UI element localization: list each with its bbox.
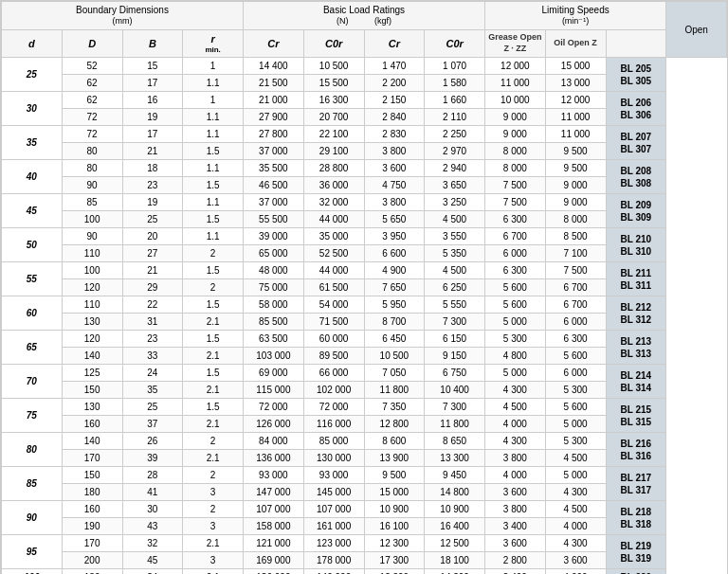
- cell-oil1: 5 600: [545, 399, 606, 416]
- cell-D1: 160: [62, 501, 122, 518]
- cell-Cr-kgf2: 10 500: [364, 348, 425, 365]
- cell-oil1: 5 000: [545, 467, 606, 484]
- cell-Cr-N1: 58 000: [244, 296, 304, 314]
- cell-Cr-kgf2: 3 800: [364, 143, 425, 160]
- cell-C0r-N1: 32 000: [303, 194, 364, 211]
- cell-Cr-kgf1: 2 830: [364, 126, 425, 143]
- cell-C0r-kgf2: 6 250: [425, 279, 485, 296]
- cell-r2: 2.1: [183, 382, 244, 399]
- cell-C0r-N1: 107 000: [303, 501, 364, 518]
- cell-oil1: 6 300: [545, 331, 606, 348]
- cell-D1: 140: [62, 433, 122, 450]
- cell-bl: BL 215BL 315: [606, 399, 666, 433]
- col-oil: Oil Open Z: [545, 29, 606, 58]
- cell-oil2: 6 000: [545, 314, 606, 331]
- table-row: 60 110 22 1.5 58 000 54 000 5 950 5 550 …: [2, 296, 727, 314]
- cell-bl: BL 207BL 307: [606, 126, 666, 160]
- cell-grease1: 12 000: [485, 58, 546, 75]
- cell-Cr-N1: 27 800: [244, 126, 304, 143]
- cell-Cr-kgf1: 3 800: [364, 194, 425, 211]
- cell-Cr-N1: 121 000: [244, 535, 304, 552]
- cell-B1: 15: [122, 58, 183, 75]
- cell-Cr-kgf1: 7 050: [364, 365, 425, 382]
- cell-r2: 1.1: [183, 75, 244, 92]
- cell-C0r-kgf2: 9 150: [425, 348, 485, 365]
- cell-Cr-kgf2: 6 600: [364, 245, 425, 262]
- cell-B2: 41: [122, 484, 183, 501]
- cell-oil2: 5 000: [545, 416, 606, 433]
- cell-C0r-N2: 29 100: [303, 143, 364, 160]
- cell-r1: 2: [183, 467, 244, 484]
- cell-r2: 1.5: [183, 177, 244, 194]
- cell-grease1: 6 300: [485, 262, 546, 279]
- cell-r1: 2.1: [183, 535, 244, 552]
- cell-d: 25: [2, 58, 63, 92]
- cell-C0r-kgf2: 11 800: [425, 416, 485, 433]
- cell-oil1: 15 000: [545, 58, 606, 75]
- cell-C0r-kgf2: 2 970: [425, 143, 485, 160]
- cell-D1: 130: [62, 399, 122, 416]
- cell-Cr-kgf2: 4 750: [364, 177, 425, 194]
- cell-C0r-kgf1: 3 250: [425, 194, 485, 211]
- cell-Cr-N2: 37 000: [244, 143, 304, 160]
- cell-B1: 28: [122, 467, 183, 484]
- cell-D1: 125: [62, 365, 122, 382]
- cell-C0r-kgf1: 14 200: [425, 569, 485, 574]
- table-row: 85 150 28 2 93 000 93 000 9 500 9 450 4 …: [2, 467, 727, 484]
- table-row: 25 52 15 1 14 400 10 500 1 470 1 070 12 …: [2, 58, 727, 75]
- cell-bl: BL 216BL 316: [606, 433, 666, 467]
- cell-D1: 52: [62, 58, 122, 75]
- cell-Cr-kgf2: 17 300: [364, 552, 425, 569]
- cell-r1: 1.5: [183, 262, 244, 279]
- cell-grease1: 10 000: [485, 92, 546, 109]
- cell-D1: 72: [62, 126, 122, 143]
- cell-Cr-kgf2: 16 100: [364, 518, 425, 535]
- cell-bl: BL 220: [606, 569, 666, 574]
- cell-r1: 1.5: [183, 331, 244, 348]
- cell-C0r-kgf2: 18 100: [425, 552, 485, 569]
- cell-C0r-kgf2: 16 400: [425, 518, 485, 535]
- cell-C0r-kgf1: 8 650: [425, 433, 485, 450]
- cell-B2: 33: [122, 348, 183, 365]
- cell-d: 70: [2, 365, 63, 399]
- cell-C0r-N2: 61 500: [303, 279, 364, 296]
- cell-d: 90: [2, 501, 63, 535]
- cell-C0r-kgf1: 12 500: [425, 535, 485, 552]
- cell-Cr-N1: 35 500: [244, 160, 304, 177]
- table-row: 100 180 34 2.1 136 000 140 000 13 800 14…: [2, 569, 727, 574]
- cell-d: 80: [2, 433, 63, 467]
- cell-grease2: 3 400: [485, 518, 546, 535]
- cell-C0r-N1: 44 000: [303, 262, 364, 279]
- cell-bl: BL 212BL 312: [606, 296, 666, 331]
- cell-D1: 170: [62, 535, 122, 552]
- cell-B1: 26: [122, 433, 183, 450]
- cell-D1: 110: [62, 296, 122, 314]
- cell-r2: 2.1: [183, 416, 244, 433]
- cell-B2: 35: [122, 382, 183, 399]
- limiting-speeds-header: Limiting Speeds (min⁻¹): [485, 2, 666, 30]
- cell-B2: 21: [122, 143, 183, 160]
- cell-Cr-N2: 169 000: [244, 552, 304, 569]
- cell-Cr-kgf2: 2 200: [364, 75, 425, 92]
- cell-Cr-N2: 65 000: [244, 245, 304, 262]
- cell-oil1: 12 000: [545, 92, 606, 109]
- cell-r1: 2: [183, 501, 244, 518]
- cell-D2: 120: [62, 279, 122, 296]
- cell-Cr-N2: 158 000: [244, 518, 304, 535]
- cell-C0r-N2: 36 000: [303, 177, 364, 194]
- cell-d: 85: [2, 467, 63, 501]
- cell-oil2: 8 000: [545, 211, 606, 228]
- cell-B1: 30: [122, 501, 183, 518]
- cell-D2: 72: [62, 109, 122, 126]
- cell-d: 35: [2, 126, 63, 160]
- table-row: 50 90 20 1.1 39 000 35 000 3 950 3 550 6…: [2, 228, 727, 245]
- cell-bl: BL 205BL 305: [606, 58, 666, 92]
- boundary-dimensions-header: Boundary Dimensions (mm): [2, 2, 244, 30]
- cell-oil1: 11 000: [545, 126, 606, 143]
- cell-B1: 24: [122, 365, 183, 382]
- cell-C0r-N2: 52 500: [303, 245, 364, 262]
- cell-r2: 1.1: [183, 109, 244, 126]
- cell-grease2: 5 000: [485, 314, 546, 331]
- cell-C0r-kgf1: 1 660: [425, 92, 485, 109]
- cell-r2: 2.1: [183, 348, 244, 365]
